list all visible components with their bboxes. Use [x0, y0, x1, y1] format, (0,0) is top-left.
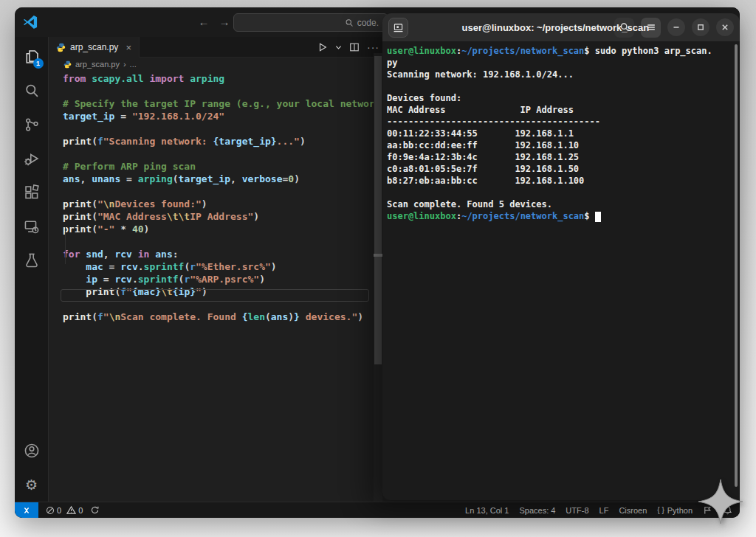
maximize-icon [697, 24, 704, 31]
chevron-down-icon[interactable] [335, 44, 342, 51]
editor-scrollbar[interactable] [374, 53, 382, 502]
text-line: ip = rcv.sprintf(r"%ARP.psrc%") [63, 273, 374, 285]
status-left: 0 0 [38, 505, 100, 515]
terminal-output[interactable]: user@linuxbox:~/projects/network_scan$ s… [382, 41, 740, 500]
text-line [387, 187, 735, 198]
language-indicator[interactable]: { } Python [657, 506, 693, 515]
split-editor-icon[interactable] [349, 42, 360, 52]
text-line: py [387, 57, 735, 69]
text-line: Scan complete. Found 5 devices. [387, 198, 735, 210]
minimize-button[interactable] [667, 18, 685, 36]
maximize-button[interactable] [692, 18, 709, 36]
warning-icon [66, 505, 76, 515]
breadcrumb-tail: ... [130, 60, 137, 69]
python-file-icon [63, 60, 72, 69]
eol-indicator[interactable]: LF [599, 506, 609, 515]
text-line: Devices found: [387, 92, 735, 104]
text-line: # Perform ARP ping scan [63, 160, 374, 173]
misc-indicator[interactable]: Cisroen [619, 506, 647, 515]
minimize-icon [673, 24, 680, 31]
text-line [63, 85, 374, 97]
sidebar-item-remote-explorer[interactable] [15, 209, 49, 243]
encoding-indicator[interactable]: UTF-8 [566, 506, 588, 515]
extensions-icon [24, 184, 40, 201]
overview-ruler-marker [374, 254, 382, 257]
sidebar-item-account[interactable] [15, 434, 49, 468]
text-line: f0:9e:4a:12:3b:4c 192.168.1.25 [387, 151, 735, 163]
text-line: print("-" * 40) [63, 223, 374, 235]
breadcrumb-separator: › [123, 60, 126, 69]
search-icon [345, 18, 354, 27]
mouse-cursor-sparkle [697, 478, 744, 525]
tab-arp-scan[interactable]: arp_scan.py × [49, 37, 140, 58]
account-icon [24, 443, 40, 459]
text-line: Scanning network: 192.168.1.0/24... [387, 69, 735, 80]
close-button[interactable] [716, 18, 734, 36]
activity-bar: 1 ⚙ [15, 37, 49, 502]
code-editor[interactable]: from scapy.all import arping# Specify th… [49, 71, 374, 502]
text-line [63, 148, 374, 160]
run-icon[interactable] [317, 42, 328, 52]
text-line: 00:11:22:33:44:55 192.168.1.1 [387, 128, 735, 139]
editor-actions: ··· [317, 37, 379, 58]
current-line-highlight [61, 289, 369, 302]
text-line: ans, unans = arping(target_ip, verbose=0… [63, 173, 374, 185]
sidebar-item-search[interactable] [15, 74, 49, 108]
text-line: target_ip = "192.168.1.0/24" [63, 110, 374, 122]
sidebar-item-run-debug[interactable] [15, 142, 49, 176]
text-line: mac = rcv.sprintf(r"%Ether.src%") [63, 260, 374, 273]
text-line: for snd, rcv in ans: [63, 248, 374, 260]
terminal-window: user@linuxbox: ~/projects/network_scan u… [382, 13, 740, 500]
sidebar-item-source-control[interactable] [15, 108, 49, 142]
nav-forward-icon[interactable]: → [217, 15, 232, 30]
remote-explorer-icon [24, 218, 40, 235]
text-line: from scapy.all import arping [63, 72, 374, 85]
status-bar: 0 0 Ln 13, Col 1 Spaces: 4 UTF-8 LF Cisr… [15, 502, 740, 518]
text-line: b8:27:eb:aa:bb:cc 192.168.1.100 [387, 175, 735, 187]
vscode-logo-icon [22, 14, 38, 30]
breadcrumb[interactable]: arp_scan.py › ... [49, 58, 382, 71]
tab-label: arp_scan.py [70, 42, 118, 52]
terminal-title: user@linuxbox: ~/projects/network_scan [462, 22, 650, 33]
sidebar-item-testing[interactable] [15, 243, 49, 277]
more-actions-icon[interactable]: ··· [367, 41, 379, 53]
text-line: user@linuxbox:~/projects/network_scan$ s… [387, 45, 735, 57]
text-line: c0:a8:01:05:5e:7f 192.168.1.50 [387, 163, 735, 175]
search-icon [24, 83, 40, 99]
close-icon [721, 24, 729, 31]
error-count: 0 [57, 506, 61, 515]
explorer-badge: 1 [33, 58, 44, 69]
problems-button[interactable]: 0 0 [46, 505, 83, 515]
remote-icon [21, 505, 32, 516]
terminal-scrollbar[interactable] [735, 44, 738, 487]
nav-back-icon[interactable]: ← [196, 15, 211, 30]
command-center-text: code. [357, 18, 379, 28]
beaker-icon [24, 252, 40, 268]
terminal-titlebar[interactable]: user@linuxbox: ~/projects/network_scan [382, 13, 740, 41]
text-line: print(f"Scanning network: {target_ip}...… [63, 135, 374, 148]
line-col-indicator[interactable]: Ln 13, Col 1 [465, 506, 509, 515]
text-line: ---------------------------------------- [387, 116, 735, 128]
gear-icon: ⚙ [25, 477, 38, 493]
language-label: Python [667, 506, 693, 515]
text-line [63, 122, 374, 135]
sidebar-item-extensions[interactable] [15, 176, 49, 209]
warning-count: 0 [78, 506, 83, 515]
text-line: print("MAC Address\t\tIP Address") [63, 210, 374, 223]
scrollbar-thumb[interactable] [374, 56, 382, 364]
new-terminal-button[interactable] [388, 18, 408, 38]
remote-indicator-button[interactable] [15, 502, 38, 519]
text-line: aa:bb:cc:dd:ee:ff 192.168.1.10 [387, 139, 735, 151]
text-line: print(f"\nScan complete. Found {len(ans)… [63, 311, 374, 323]
sidebar-item-settings[interactable]: ⚙ [15, 468, 49, 502]
sidebar-item-explorer[interactable]: 1 [15, 40, 49, 74]
close-icon[interactable]: × [126, 42, 131, 53]
command-center-search[interactable]: code. [233, 13, 388, 32]
spaces-indicator[interactable]: Spaces: 4 [519, 506, 555, 515]
text-line [63, 235, 374, 248]
text-line: user@linuxbox:~/projects/network_scan$ [387, 210, 735, 222]
terminal-app-icon [392, 21, 405, 34]
braces-icon: { } [657, 506, 664, 514]
python-file-icon [56, 43, 66, 52]
sync-icon[interactable] [90, 505, 100, 515]
